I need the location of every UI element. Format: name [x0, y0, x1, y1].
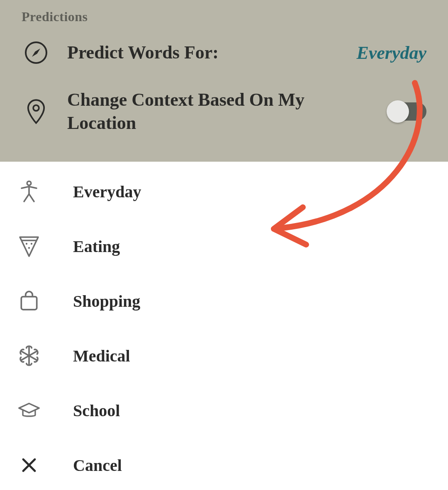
- compass-icon: [22, 40, 51, 65]
- context-picker-sheet: Everyday Eating Shopping: [0, 162, 448, 490]
- settings-background-dimmed: Predictions Predict Words For: Everyday …: [0, 0, 448, 162]
- section-header-predictions: Predictions: [22, 9, 426, 24]
- pizza-icon: [17, 235, 41, 258]
- location-pin-icon: [22, 98, 51, 125]
- menu-item-everyday[interactable]: Everyday: [0, 164, 448, 219]
- predict-words-value[interactable]: Everyday: [356, 42, 426, 63]
- menu-item-label: School: [73, 401, 120, 420]
- change-context-location-row[interactable]: Change Context Based On My Location: [22, 88, 426, 135]
- svg-rect-7: [21, 297, 37, 310]
- menu-item-shopping[interactable]: Shopping: [0, 274, 448, 328]
- menu-item-cancel[interactable]: Cancel: [0, 438, 448, 490]
- menu-item-label: Eating: [73, 237, 120, 256]
- svg-point-5: [31, 243, 32, 245]
- svg-point-4: [26, 243, 27, 245]
- predict-words-label: Predict Words For:: [67, 41, 340, 64]
- menu-item-label: Cancel: [73, 456, 122, 475]
- svg-point-3: [27, 181, 31, 185]
- location-toggle[interactable]: [388, 102, 426, 121]
- close-icon: [17, 456, 41, 474]
- menu-item-eating[interactable]: Eating: [0, 219, 448, 274]
- toggle-knob: [387, 100, 409, 123]
- shopping-bag-icon: [17, 290, 41, 312]
- accessibility-icon: [17, 180, 41, 203]
- menu-item-medical[interactable]: Medical: [0, 328, 448, 383]
- graduation-cap-icon: [17, 401, 41, 420]
- screen: Predictions Predict Words For: Everyday …: [0, 0, 448, 490]
- svg-point-6: [28, 247, 30, 249]
- menu-item-school[interactable]: School: [0, 383, 448, 438]
- predict-words-row[interactable]: Predict Words For: Everyday: [22, 40, 426, 65]
- svg-marker-1: [32, 49, 40, 57]
- menu-item-label: Medical: [73, 346, 130, 366]
- svg-point-2: [33, 105, 39, 111]
- medical-icon: [17, 345, 41, 366]
- menu-item-label: Everyday: [73, 182, 141, 201]
- change-context-location-label: Change Context Based On My Location: [67, 88, 372, 135]
- menu-item-label: Shopping: [73, 291, 140, 311]
